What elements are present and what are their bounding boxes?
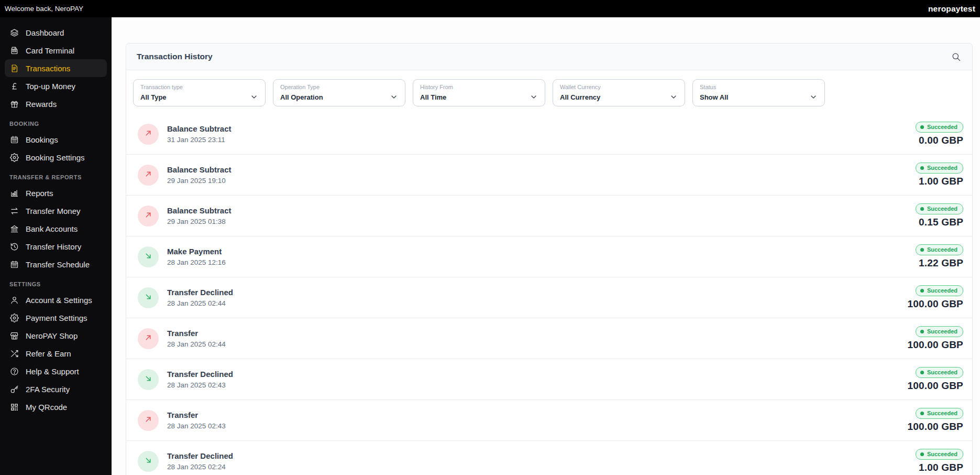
status-dot [920,412,924,415]
sidebar-item-bookings[interactable]: Bookings [5,131,107,148]
arrow-up-right-icon [144,128,153,140]
sidebar-item-reports[interactable]: Reports [5,184,107,202]
arrow-down-right-icon [144,456,153,467]
sidebar-item-transactions[interactable]: Transactions [5,59,107,77]
sidebar-item-booking-settings[interactable]: Booking Settings [5,148,107,166]
transaction-amount: 100.00 GBP [907,380,963,392]
chevron-down-icon [250,93,258,101]
sidebar-item-label: 2FA Security [26,385,70,394]
status-text: Succeeded [927,205,957,212]
history-clock-icon [9,242,19,251]
incoming-transaction-icon [138,451,159,472]
sidebar-item-label: Dashboard [26,28,64,37]
filter-status[interactable]: StatusShow All [692,79,825,106]
bank-icon [9,224,19,233]
arrow-up-right-icon [144,415,153,426]
filter-history-from[interactable]: History FromAll Time [413,79,545,106]
sidebar-item-top-up-money[interactable]: Top-up Money [5,77,107,95]
sidebar-item-label: NeroPAY Shop [26,331,78,340]
sidebar-item-label: Booking Settings [26,153,85,162]
transaction-datetime: 29 Jan 2025 19:10 [167,177,232,185]
status-text: Succeeded [927,409,957,417]
sidebar-item-label: Top-up Money [26,82,75,91]
filter-value: All Operation [280,93,323,101]
transaction-title: Transfer [167,411,226,419]
status-dot [920,125,924,129]
sidebar-section-settings: SETTINGS [0,273,112,291]
filter-transaction-type[interactable]: Transaction typeAll Type [133,79,266,106]
layers-icon [9,28,19,37]
search-icon[interactable] [950,51,962,62]
sidebar-item-2fa-security[interactable]: 2FA Security [5,380,107,398]
status-badge: Succeeded [916,285,963,296]
sidebar-item-label: My QRcode [26,403,67,412]
transaction-row[interactable]: Transfer28 Jan 2025 02:43Succeeded100.00… [126,400,972,441]
sidebar-item-card-terminal[interactable]: Card Terminal [5,41,107,59]
status-dot [920,166,924,170]
filter-label: Wallet Currency [560,84,678,90]
transaction-row[interactable]: Transfer Declined28 Jan 2025 02:24Succee… [126,441,972,475]
sidebar-item-help-support[interactable]: Help & Support [5,362,107,380]
sidebar-item-neropay-shop[interactable]: NeroPAY Shop [5,327,107,344]
transaction-datetime: 28 Jan 2025 02:43 [167,381,233,389]
transaction-row[interactable]: Balance Subtract29 Jan 2025 19:10Succeed… [126,155,972,196]
sidebar-item-payment-settings[interactable]: Payment Settings [5,309,107,327]
sidebar-item-transfer-history[interactable]: Transfer History [5,238,107,255]
shop-icon [9,331,19,340]
transaction-title: Transfer Declined [167,370,233,379]
transaction-amount: 100.00 GBP [907,421,963,433]
transaction-row[interactable]: Make Payment28 Jan 2025 12:16Succeeded1.… [126,236,972,277]
status-badge: Succeeded [916,449,963,460]
outgoing-transaction-icon [138,410,159,431]
transaction-amount: 0.00 GBP [919,135,963,146]
gear-icon [9,153,19,162]
welcome-text: Welcome back, NeroPAY [5,5,83,13]
sidebar-item-dashboard[interactable]: Dashboard [5,24,107,41]
status-badge: Succeeded [916,408,963,419]
sidebar-item-refer-earn[interactable]: Refer & Earn [5,344,107,362]
arrow-up-right-icon [144,169,153,181]
sidebar-section-booking: BOOKING [0,113,112,131]
transaction-title: Transfer Declined [167,451,233,460]
filters-bar: Transaction typeAll TypeOperation TypeAl… [126,70,972,112]
topbar: Welcome back, NeroPAY neropaytest [0,0,980,17]
sidebar-item-my-qrcode[interactable]: My QRcode [5,398,107,416]
sidebar-item-rewards[interactable]: Rewards [5,95,107,113]
gift-icon [9,99,19,109]
status-text: Succeeded [927,369,957,376]
transaction-amount: 1.00 GBP [919,462,963,473]
transaction-row[interactable]: Balance Subtract29 Jan 2025 01:38Succeed… [126,196,972,236]
status-dot [920,371,924,374]
transaction-list: Balance Subtract31 Jan 2025 23:11Succeed… [126,114,972,475]
transaction-amount: 100.00 GBP [907,298,963,310]
status-text: Succeeded [927,164,957,171]
sidebar-item-account-settings[interactable]: Account & Settings [5,291,107,309]
sidebar-item-transfer-money[interactable]: Transfer Money [5,202,107,220]
filter-value: Show All [700,93,728,101]
transaction-row[interactable]: Balance Subtract31 Jan 2025 23:11Succeed… [126,114,972,155]
brand-logo: neropaytest [928,4,975,14]
sidebar-item-bank-accounts[interactable]: Bank Accounts [5,220,107,238]
card-header: Transaction History [126,44,972,70]
status-dot [920,330,924,333]
outgoing-transaction-icon [138,328,159,349]
transaction-datetime: 29 Jan 2025 01:38 [167,218,232,225]
arrow-down-right-icon [144,374,153,385]
transaction-row[interactable]: Transfer Declined28 Jan 2025 02:44Succee… [126,277,972,318]
user-icon [9,295,19,305]
sidebar-item-transfer-schedule[interactable]: Transfer Schedule [5,255,107,273]
transaction-row[interactable]: Transfer28 Jan 2025 02:44Succeeded100.00… [126,318,972,359]
filter-label: Transaction type [140,84,258,90]
filter-operation-type[interactable]: Operation TypeAll Operation [273,79,405,106]
filter-wallet-currency[interactable]: Wallet CurrencyAll Currency [553,79,685,106]
transaction-row[interactable]: Transfer Declined28 Jan 2025 02:43Succee… [126,359,972,400]
sidebar-item-label: Payment Settings [26,314,87,322]
status-badge: Succeeded [916,203,963,214]
arrow-down-right-icon [144,251,153,263]
outgoing-transaction-icon [138,165,159,186]
transaction-datetime: 31 Jan 2025 23:11 [167,136,232,144]
document-icon [9,63,19,73]
filter-label: History From [420,84,538,90]
transaction-title: Make Payment [167,247,226,256]
help-circle-icon [9,366,19,376]
